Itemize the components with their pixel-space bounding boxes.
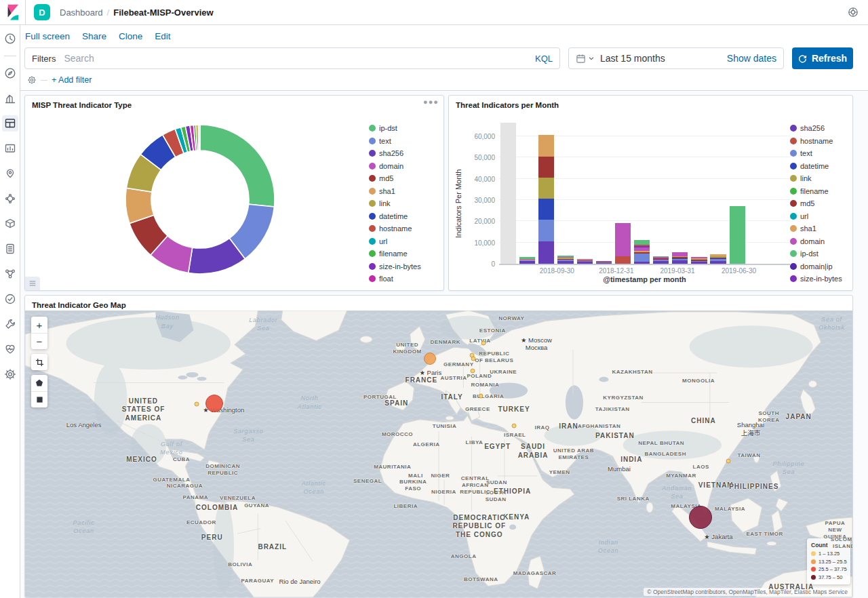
map-point-small[interactable] [479,394,484,399]
bar-segment-md5[interactable] [538,157,554,178]
map-fit-bounds-button[interactable] [31,354,47,370]
stacked-bar[interactable] [730,206,745,264]
map-point-small[interactable] [471,369,475,374]
bar-legend-item-ip-dst[interactable]: ip-dst [790,250,848,258]
bar-segment-domain[interactable] [615,223,631,256]
filter-options-gear-icon[interactable] [27,75,37,85]
bar-legend-item-filename[interactable]: filename [790,187,848,195]
nav-management[interactable] [2,366,18,382]
map-point-small[interactable] [726,458,731,463]
donut-legend-item-sha256[interactable]: sha256 [369,149,439,157]
nav-infrastructure[interactable] [2,216,18,232]
donut-legend-item-link[interactable]: link [369,199,439,207]
bar-segment-text[interactable] [634,254,650,262]
bar-legend-item-domain|ip[interactable]: domain|ip [790,262,848,271]
nav-discover[interactable] [2,65,18,81]
bar-legend-item-url[interactable]: url [790,212,848,220]
bar-segment-ip-dst[interactable] [634,240,650,245]
bar-segment-sha256[interactable] [519,261,535,264]
stacked-bar[interactable] [519,257,535,264]
kql-toggle[interactable]: KQL [530,54,553,64]
bar-legend-item-size-in-bytes[interactable]: size-in-bytes [790,275,848,283]
bar-segment-sha256[interactable] [577,262,593,264]
donut-legend-item-float[interactable]: float [369,275,439,283]
bar-segment-hostname[interactable] [615,256,631,264]
filters-button[interactable]: Filters [32,54,64,64]
bar-segment-sha256[interactable] [710,261,726,264]
space-avatar[interactable]: D [34,4,50,20]
nav-apm[interactable] [2,266,18,282]
stacked-bar[interactable] [557,256,573,264]
geo-map[interactable]: + − [25,311,852,597]
nav-stack-monitoring[interactable] [2,341,18,357]
donut-legend-item-sha1[interactable]: sha1 [369,187,439,195]
bar-plot[interactable]: 010,00020,00030,00040,00050,00060,000 [499,121,790,265]
time-range-value[interactable]: Last 15 months [600,53,722,64]
stacked-bar[interactable] [615,223,631,264]
map-zoom-in-button[interactable]: + [31,317,47,333]
stacked-bar[interactable] [691,257,707,264]
date-picker-calendar-button[interactable] [576,54,595,64]
stacked-bar[interactable] [500,123,516,264]
donut-legend-item-text[interactable]: text [369,137,439,145]
map-point-bubble[interactable] [205,395,223,412]
map-draw-rectangle-button[interactable] [31,391,47,407]
bar-legend-item-sha1[interactable]: sha1 [790,224,848,233]
bar-legend-item-datetime[interactable]: datetime [790,162,848,170]
menu-edit[interactable]: Edit [155,31,170,41]
bar-legend-item-text[interactable]: text [790,149,848,157]
map-point-bubble[interactable] [424,353,436,365]
bar-segment-text[interactable] [538,220,554,242]
bar-segment-gray[interactable] [500,123,516,264]
nav-canvas[interactable] [2,140,18,157]
donut-legend-item-datetime[interactable]: datetime [369,212,439,220]
stacked-bar[interactable] [538,135,554,264]
nav-recently-viewed[interactable] [2,31,18,47]
bar-segment-sha256[interactable] [672,260,688,264]
bar-legend-item-hostname[interactable]: hostname [790,137,848,145]
bar-segment-link[interactable] [538,178,554,199]
bar-segment-sha256[interactable] [653,261,669,264]
donut-legend-item-ip-dst[interactable]: ip-dst [369,124,439,132]
bar-legend-item-link[interactable]: link [790,174,848,182]
bar-segment-sha256[interactable] [557,261,573,264]
donut-slice-other[interactable] [198,125,200,151]
bar-legend-item-sha256[interactable]: sha256 [790,124,848,132]
menu-share[interactable]: Share [82,31,106,41]
bar-segment-sha256[interactable] [596,263,612,264]
map-point-small[interactable] [471,357,476,361]
stacked-bar[interactable] [577,259,593,264]
map-point-small[interactable] [194,402,199,407]
add-filter-link[interactable]: + Add filter [52,75,92,85]
menu-clone[interactable]: Clone [119,31,142,41]
map-attribution[interactable]: © OpenStreetMap contributors, OpenMapTil… [644,588,851,596]
donut-legend-item-filename[interactable]: filename [369,250,439,258]
stacked-bar[interactable] [710,254,726,264]
map-draw-polygon-button[interactable] [31,375,47,391]
stacked-bar[interactable] [596,261,612,264]
panel-options-icon[interactable]: ●●● [423,99,439,104]
stacked-bar[interactable] [634,240,650,264]
legend-toggle-button[interactable] [25,277,40,290]
nav-machine-learning[interactable] [2,191,18,207]
breadcrumb-section[interactable]: Dashboard [60,7,103,18]
donut-legend-item-url[interactable]: url [369,237,439,245]
donut-legend-item-domain[interactable]: domain [369,162,439,170]
bar-segment-sha256[interactable] [634,262,650,264]
map-point-bubble[interactable] [689,506,712,529]
nav-uptime[interactable] [2,291,18,307]
map-point-small[interactable] [512,423,517,428]
nav-dev-tools[interactable] [2,316,18,332]
bar-segment-datetime[interactable] [538,199,554,219]
help-menu-button[interactable] [848,7,859,18]
donut-legend-item-size-in-bytes[interactable]: size-in-bytes [369,262,439,271]
donut-legend-item-md5[interactable]: md5 [369,174,439,182]
donut-chart[interactable] [31,112,369,286]
menu-full-screen[interactable]: Full screen [25,31,70,41]
show-dates-link[interactable]: Show dates [727,53,776,64]
refresh-button[interactable]: Refresh [792,47,853,69]
kibana-logo[interactable] [0,0,26,24]
bar-segment-ip-dst[interactable] [730,206,745,264]
donut-legend-item-hostname[interactable]: hostname [369,224,439,233]
nav-maps[interactable] [2,165,18,182]
